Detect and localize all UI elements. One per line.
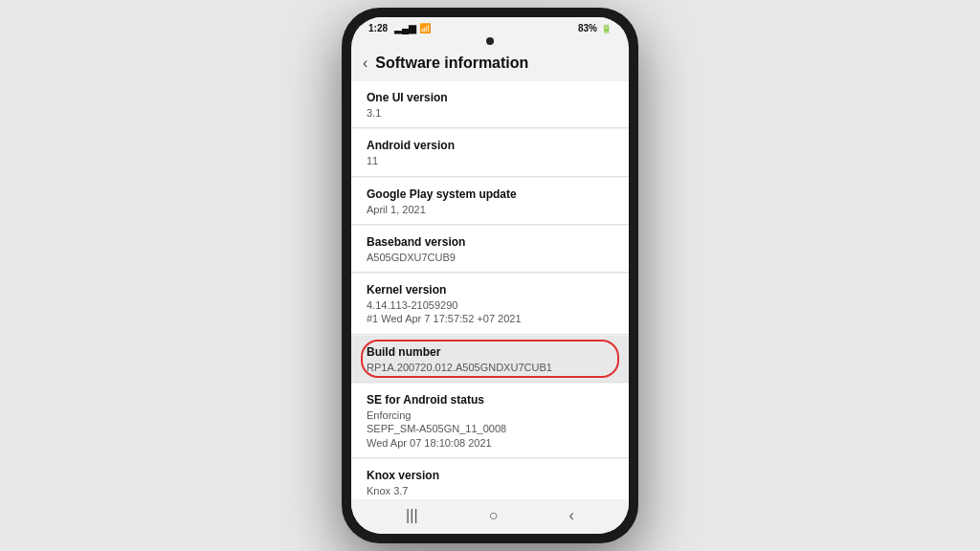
page-title: Software information (375, 55, 528, 72)
list-item[interactable]: One UI version3.1 (351, 81, 629, 128)
list-item[interactable]: Android version11 (351, 129, 629, 176)
info-value: A505GDXU7CUB9 (367, 251, 613, 264)
menu-nav-icon[interactable]: ||| (406, 507, 417, 524)
info-value: 4.14.113-21059290 #1 Wed Apr 7 17:57:52 … (367, 298, 613, 326)
info-value: 3.1 (367, 106, 613, 120)
list-item[interactable]: SE for Android statusEnforcing SEPF_SM-A… (351, 384, 629, 458)
signal-icon: ▂▄▆ (394, 23, 416, 33)
info-label: Build number (367, 345, 613, 359)
page-header: ‹ Software information (351, 49, 629, 81)
phone-frame: 1:28 ▂▄▆ 📶 83% 🔋 ‹ Software information … (342, 8, 638, 543)
info-label: SE for Android status (367, 393, 613, 407)
home-nav-icon[interactable]: ○ (489, 507, 499, 524)
navigation-bar: ||| ○ ‹ (351, 499, 629, 534)
battery-icon: 🔋 (601, 24, 612, 33)
info-value: 11 (367, 154, 613, 167)
back-nav-icon[interactable]: ‹ (569, 507, 574, 524)
status-bar: 1:28 ▂▄▆ 📶 83% 🔋 (351, 17, 629, 35)
phone-screen: 1:28 ▂▄▆ 📶 83% 🔋 ‹ Software information … (351, 17, 629, 534)
info-value: Knox 3.7 Knox API level 33 TIMA 4.1.0 (367, 484, 613, 499)
back-button[interactable]: ‹ (363, 55, 368, 72)
info-label: One UI version (367, 91, 613, 104)
wifi-icon: 📶 (419, 23, 431, 33)
info-label: Kernel version (367, 283, 613, 297)
list-item[interactable]: Baseband versionA505GDXU7CUB9 (351, 226, 629, 273)
info-label: Google Play system update (367, 187, 613, 201)
camera-area (351, 35, 629, 49)
list-item[interactable]: Kernel version4.14.113-21059290 #1 Wed A… (351, 274, 629, 335)
content-list: One UI version3.1Android version11Google… (351, 81, 629, 499)
list-item[interactable]: Knox versionKnox 3.7 Knox API level 33 T… (351, 459, 629, 499)
list-item[interactable]: Build numberRP1A.200720.012.A505GNDXU7CU… (351, 336, 629, 383)
info-label: Knox version (367, 469, 613, 482)
battery-percent: 83% (578, 23, 597, 33)
info-value: April 1, 2021 (367, 203, 613, 216)
camera-dot (486, 37, 494, 45)
info-value: RP1A.200720.012.A505GNDXU7CUB1 (367, 361, 613, 374)
info-label: Baseband version (367, 235, 613, 249)
info-value: Enforcing SEPF_SM-A505GN_11_0008 Wed Apr… (367, 408, 613, 450)
info-label: Android version (367, 139, 613, 152)
status-time: 1:28 ▂▄▆ 📶 (368, 23, 431, 33)
status-right: 83% 🔋 (578, 23, 612, 33)
list-item[interactable]: Google Play system updateApril 1, 2021 (351, 178, 629, 225)
